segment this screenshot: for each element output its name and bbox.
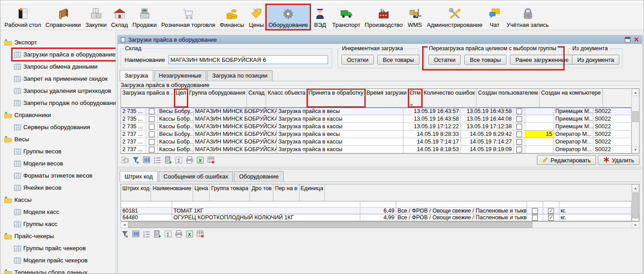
column-header[interactable]: Время загрузки	[365, 89, 409, 107]
copy-rows-icon[interactable]	[121, 156, 130, 165]
table-row[interactable]: 60181 ТОМАТ 1КГ 6,49 Все / ФРОВ / Овощи …	[121, 208, 631, 214]
toolbar-item[interactable]: Чат	[485, 4, 505, 30]
table-row[interactable]: 64480 ОГУРЕЦ КОРОТКОПЛОДНЫЙ КОЛЮЧИЙ 1КГ …	[121, 214, 631, 221]
checkbox-otm[interactable]	[516, 116, 522, 122]
tab[interactable]: Штрих код	[120, 171, 158, 182]
table-row[interactable]: 2 735 ... Кассы Бобр... МАГАЗИН МИНСК БО…	[121, 123, 631, 130]
checkbox-per[interactable]	[548, 215, 554, 221]
toolbar-item[interactable]: Учётная запись	[505, 4, 551, 30]
close-button[interactable]: ✕	[633, 37, 640, 43]
column-header[interactable]: Наименование	[151, 184, 193, 201]
toolbar-item[interactable]: Закупки	[83, 4, 108, 30]
incremental-load-button[interactable]: Остатки	[341, 55, 374, 65]
column-header[interactable]: Создан на компьютере	[540, 89, 602, 107]
scroll-down-button[interactable]: ▼	[632, 146, 639, 153]
full-reload-button[interactable]: Остатки	[428, 55, 461, 65]
tree-item[interactable]: Запросы удаления штрихкодов	[12, 85, 113, 97]
horizontal-splitter[interactable]	[118, 167, 642, 170]
horizontal-scrollbar[interactable]: ◄ ►	[121, 222, 640, 228]
toolbar-item[interactable]: WMS	[405, 4, 425, 30]
calculator-icon[interactable]	[153, 230, 162, 239]
tree-group-header[interactable]: Прайс-чекеры	[3, 230, 116, 242]
toolbar-item[interactable]: Финансы	[217, 4, 246, 30]
scroll-up-button[interactable]: ▲	[632, 89, 639, 96]
vertical-scrollbar[interactable]: ▲ ▼	[631, 89, 639, 153]
sum-icon[interactable]: Σ	[174, 156, 183, 165]
tab[interactable]: Загрузка	[120, 70, 153, 81]
excel-icon[interactable]: X	[196, 156, 205, 165]
checkbox-dro[interactable]	[532, 215, 538, 221]
full-reload-button[interactable]: Все товары	[464, 55, 506, 65]
tab[interactable]: Незагруженные	[154, 70, 207, 81]
checkbox-tsel[interactable]	[149, 147, 155, 152]
toolbar-item[interactable]: Розничная торговля	[159, 4, 218, 30]
tree-item[interactable]: Модели касс	[12, 206, 61, 218]
numbered-list-icon[interactable]: 123	[142, 230, 151, 239]
toolbar-item[interactable]: Производство	[363, 4, 405, 30]
toolbar-item[interactable]: Администрирование	[425, 4, 485, 30]
scroll-thumb[interactable]	[632, 111, 639, 122]
checkbox-tsel[interactable]	[149, 131, 155, 137]
table-row[interactable]: 2 737 ... Кассы Бобр... МАГАЗИН МИНСК БО…	[121, 138, 631, 146]
tree-group-header[interactable]: Справочники	[3, 109, 116, 121]
full-reload-button[interactable]: Ранее загруженные	[510, 55, 574, 65]
toolbar-item[interactable]: Оборудование	[266, 4, 310, 30]
column-header[interactable]: Класс объекта	[266, 89, 307, 107]
tree-item[interactable]: Модели весов	[12, 157, 65, 170]
column-header[interactable]: Группа товара	[210, 184, 250, 201]
toolbar-item[interactable]: Транспорт	[330, 4, 363, 30]
checkbox-tsel[interactable]	[149, 139, 155, 145]
toolbar-item[interactable]: Склад	[109, 4, 130, 30]
maximize-button[interactable]	[625, 37, 631, 43]
checkbox-otm[interactable]	[516, 109, 522, 114]
column-header[interactable]: Группа оборудования	[188, 89, 247, 107]
tab[interactable]: Сообщения об ошибках	[159, 171, 233, 182]
tab[interactable]: Оборудование	[234, 171, 283, 182]
column-header[interactable]: Цена	[193, 184, 210, 201]
incremental-load-button[interactable]: Все товары	[377, 55, 419, 65]
tree-item[interactable]: Форматы этикеток весов	[12, 170, 94, 182]
column-header[interactable]: Штрих код	[121, 184, 151, 201]
print-icon[interactable]	[185, 156, 194, 165]
filter-icon[interactable]	[121, 230, 130, 239]
tree-group-header[interactable]: Экспорт	[3, 36, 116, 48]
checkbox-dro[interactable]	[532, 208, 538, 214]
print-icon[interactable]	[174, 230, 183, 239]
column-header[interactable]: Склад	[247, 89, 266, 107]
scroll-up-button[interactable]: ▲	[632, 184, 639, 191]
tree-group-header[interactable]: Весы	[3, 133, 116, 145]
toolbar-item[interactable]: Цены	[246, 4, 266, 30]
toolbar-item[interactable]: Продажи	[130, 4, 159, 30]
column-header[interactable]: Количество ошибок	[422, 89, 476, 107]
excel-icon[interactable]: X	[185, 230, 194, 239]
remove-column-icon[interactable]	[207, 156, 216, 165]
filter-icon[interactable]	[131, 156, 140, 165]
scroll-left-button[interactable]: ◄	[121, 222, 128, 228]
column-header[interactable]: Дро тов	[250, 184, 273, 201]
tree-item[interactable]: Группы прайс чекеров	[12, 242, 87, 254]
checkbox-per[interactable]	[548, 208, 554, 214]
tree-item[interactable]: Группы весов	[12, 145, 63, 157]
numbered-list-icon[interactable]: 123	[153, 156, 162, 165]
table-row[interactable]: 2 737 ... Весы Бобру... МАГАЗИН МИНСК БО…	[121, 130, 631, 138]
toolbar-item[interactable]: Справочники	[43, 4, 83, 30]
checkbox-tsel[interactable]	[149, 124, 155, 130]
checkbox-otm[interactable]	[516, 124, 522, 130]
calculator-icon[interactable]	[164, 156, 173, 165]
columns-icon[interactable]	[131, 230, 140, 239]
column-header[interactable]: Загрузка прайса в .	[121, 89, 174, 107]
column-header[interactable]: Единица	[299, 184, 325, 201]
tree-item[interactable]: Запросы обмена данными	[12, 61, 99, 73]
checkbox-tsel[interactable]	[149, 116, 155, 122]
column-header[interactable]: Отм	[408, 89, 422, 107]
scroll-right-button[interactable]: ►	[632, 222, 639, 228]
tree-item[interactable]: Ячейки весов	[12, 182, 63, 194]
tree-item[interactable]: Серверы оборудования	[12, 121, 92, 133]
scroll-thumb[interactable]	[128, 222, 532, 228]
delete-button[interactable]: Удалить	[598, 155, 640, 165]
tree-item[interactable]: Группы касс	[12, 218, 59, 230]
checkbox-otm[interactable]	[516, 131, 522, 137]
scroll-thumb[interactable]	[632, 192, 639, 218]
edit-button[interactable]: Редактировать	[537, 155, 596, 165]
toolbar-item[interactable]: ВЭД	[310, 4, 330, 30]
